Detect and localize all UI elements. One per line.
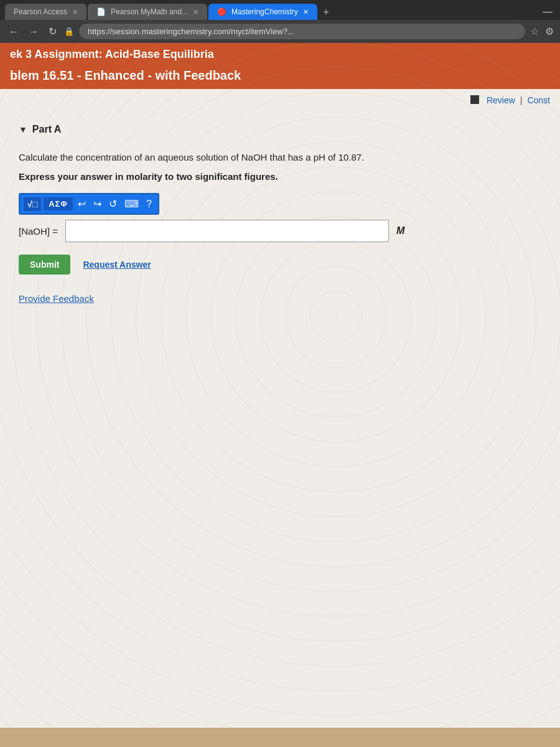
separator: | [520,95,523,105]
question-text: Calculate the concentration of an aqueou… [19,150,541,165]
minimize-button[interactable]: — [540,5,555,19]
part-a-header: ▼ Part A [19,124,541,135]
answer-row: [NaOH] = M [19,220,541,242]
refresh-button[interactable]: ↻ [46,24,59,39]
review-icon [470,95,479,104]
tab-label: MasteringChemistry [231,7,298,16]
tab-close-icon[interactable]: ✕ [72,8,78,16]
address-bar-row: ← → ↻ 🔒 ☆ ⚙ [0,20,560,43]
aso-button[interactable]: ΑΣΦ [44,197,73,210]
top-links: Review | Const [0,89,560,111]
submit-button[interactable]: Submit [19,255,70,275]
tab-close-icon[interactable]: ✕ [193,8,198,16]
sqrt-button[interactable]: √□ [24,197,41,211]
back-button[interactable]: ← [6,25,21,39]
answer-input[interactable] [65,220,389,242]
lock-icon: 🔒 [64,27,74,36]
unit-label: M [396,225,404,237]
tab-pearson-mymath[interactable]: 📄 Pearson MyMath and... ✕ [88,4,207,20]
page-content: ek 3 Assignment: Acid-Base Equilibria bl… [0,43,560,728]
forward-button[interactable]: → [26,25,41,39]
tab-pearson-access[interactable]: Pearson Access ✕ [5,4,86,20]
tab-bar: Pearson Access ✕ 📄 Pearson MyMath and...… [0,0,560,20]
request-answer-button[interactable]: Request Answer [83,260,151,270]
part-a-label: Part A [32,124,62,135]
provide-feedback-link[interactable]: Provide Feedback [19,293,541,304]
tab-mastering-chemistry[interactable]: 🔴 MasteringChemistry ✕ [208,4,317,20]
bookmark-icon[interactable]: ☆ [530,26,539,37]
redo-button[interactable]: ↪ [91,197,104,211]
main-area: ▼ Part A Calculate the concentration of … [0,111,560,316]
refresh-formula-button[interactable]: ↺ [106,197,119,211]
tab-close-icon[interactable]: ✕ [303,8,309,16]
keyboard-button[interactable]: ⌨ [122,197,141,211]
answer-instruction: Express your answer in molarity to two s… [19,171,541,182]
naoh-label: [NaOH] = [19,226,58,237]
help-button[interactable]: ? [144,197,154,211]
browser-chrome: Pearson Access ✕ 📄 Pearson MyMath and...… [0,0,560,43]
math-toolbar: √□ ΑΣΦ ↩ ↪ ↺ ⌨ ? [19,193,159,215]
collapse-arrow-icon[interactable]: ▼ [19,125,27,134]
button-row: Submit Request Answer [19,255,541,275]
tab-icon: 📄 [96,7,106,16]
const-link[interactable]: Const [527,95,550,105]
address-bar-icons: ☆ ⚙ [530,26,554,37]
tab-label: Pearson MyMath and... [111,7,188,16]
tab-label: Pearson Access [14,7,67,16]
tab-favicon: 🔴 [217,7,226,16]
problem-title: blem 16.51 - Enhanced - with Feedback [0,66,560,89]
url-input[interactable] [79,24,525,39]
new-tab-button[interactable]: ＋ [319,4,334,20]
settings-icon[interactable]: ⚙ [545,26,554,37]
undo-button[interactable]: ↩ [75,197,88,211]
assignment-title: ek 3 Assignment: Acid-Base Equilibria [0,43,560,66]
review-link[interactable]: Review [487,95,515,105]
